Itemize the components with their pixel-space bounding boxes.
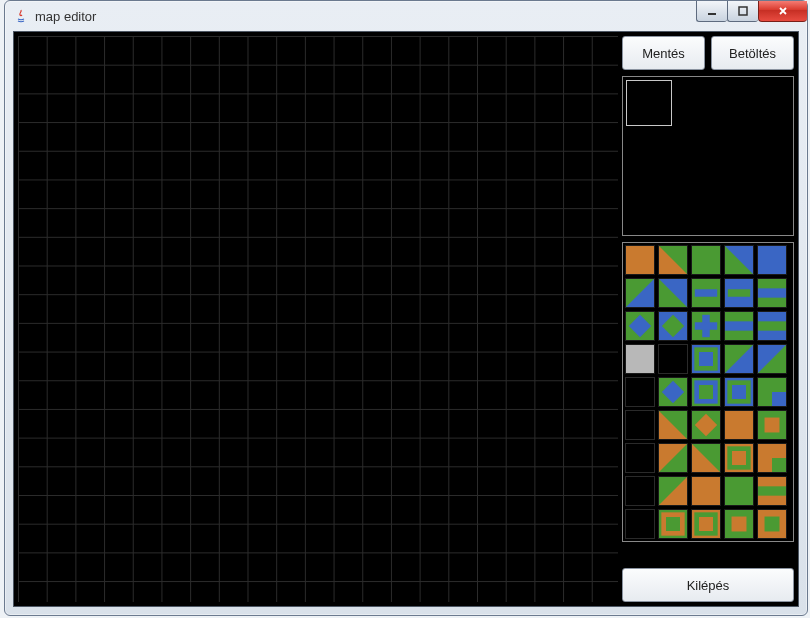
minimize-button[interactable] [696,1,727,22]
svg-rect-45 [765,418,780,433]
palette-tile-green-diamond-blue[interactable] [625,311,655,341]
palette-tile-blue-diag-tr[interactable] [625,278,655,308]
window-controls [696,1,807,21]
palette-tile-green-notch[interactable] [757,311,787,341]
maximize-button[interactable] [727,1,758,22]
svg-rect-39 [772,392,786,406]
svg-rect-4 [692,246,720,274]
palette-tile-blue-diamond-green[interactable] [658,311,688,341]
svg-rect-26 [626,345,654,373]
svg-rect-21 [725,312,753,321]
svg-rect-1 [739,7,747,15]
window-frame: map editor Mentés Betöltés [4,0,808,616]
java-icon [13,8,29,24]
palette-tile-orange-bar[interactable] [757,476,787,506]
palette-tile-green-diag-tl[interactable] [724,245,754,275]
palette-tile-blue-ring-green[interactable] [691,344,721,374]
close-button[interactable] [758,1,807,22]
save-button[interactable]: Mentés [622,36,705,70]
palette-tile-blue-notch[interactable] [724,311,754,341]
client-area: Mentés Betöltés Kilépés [13,31,799,607]
palette-tile-orange-ring-green[interactable] [724,443,754,473]
palette-tile-black1[interactable] [658,344,688,374]
load-button[interactable]: Betöltés [711,36,794,70]
palette-tile-orange-diag-tl2[interactable] [658,410,688,440]
palette-tile-green-inner-orange2[interactable] [724,509,754,539]
palette-tile-green-diag-tr-o[interactable] [658,443,688,473]
svg-rect-43 [725,411,753,439]
svg-rect-0 [708,13,716,15]
palette-tile-mixed-1[interactable] [757,377,787,407]
palette-tile-blue-ring-green2[interactable] [724,377,754,407]
svg-rect-58 [758,486,786,495]
palette-tile-green-plain[interactable] [691,245,721,275]
palette-tile-green-ring-blue[interactable] [691,377,721,407]
palette-tile-green-diamond-orange[interactable] [691,410,721,440]
svg-rect-56 [725,477,753,505]
map-grid [18,36,618,602]
svg-rect-10 [695,289,717,296]
palette-tile-black5[interactable] [625,476,655,506]
palette-tile-orange-plain2[interactable] [724,410,754,440]
palette-tile-green-cross[interactable] [691,311,721,341]
exit-button[interactable]: Kilépés [622,568,794,602]
window-title: map editor [35,9,96,24]
palette-tile-orange-inner-green[interactable] [757,509,787,539]
preview-tile [626,80,672,126]
palette-tile-black3[interactable] [625,410,655,440]
svg-rect-27 [659,345,687,373]
svg-rect-12 [728,289,750,296]
palette-tile-orange-plain[interactable] [625,245,655,275]
palette-tile-black2[interactable] [625,377,655,407]
palette-tile-gray-plain[interactable] [625,344,655,374]
svg-rect-55 [692,477,720,505]
palette-tile-blue-diag-br[interactable] [757,344,787,374]
svg-rect-24 [758,312,786,321]
palette-tile-green-diamond-blue2[interactable] [658,377,688,407]
svg-rect-6 [758,246,786,274]
svg-rect-25 [758,331,786,340]
palette-tile-green-diag-br[interactable] [724,344,754,374]
svg-rect-19 [695,322,717,329]
palette-tile-green-bar-h[interactable] [691,278,721,308]
palette-tile-black4[interactable] [625,443,655,473]
tile-palette[interactable] [622,242,794,542]
palette-tile-blue-band[interactable] [757,278,787,308]
palette-tile-green-diag-bl-o[interactable] [691,443,721,473]
palette-tile-blue-plain[interactable] [757,245,787,275]
title-bar[interactable]: map editor [5,1,807,31]
palette-tile-green-flat[interactable] [724,476,754,506]
svg-rect-40 [626,411,654,439]
svg-rect-67 [765,517,780,532]
svg-rect-65 [732,517,747,532]
palette-tile-green-inner-orange[interactable] [757,410,787,440]
palette-tile-orange-diag-tl[interactable] [658,245,688,275]
svg-rect-53 [626,477,654,505]
map-canvas[interactable] [18,36,618,602]
side-panel: Mentés Betöltés Kilépés [622,32,798,606]
palette-tile-blue-diag-bl[interactable] [658,278,688,308]
palette-tile-blue-bar-h[interactable] [724,278,754,308]
svg-rect-2 [626,246,654,274]
svg-rect-14 [758,288,786,297]
svg-rect-46 [626,444,654,472]
palette-tile-orange-corners[interactable] [757,443,787,473]
svg-rect-52 [772,458,786,472]
palette-tile-green-ring-orange[interactable] [658,509,688,539]
svg-rect-32 [626,378,654,406]
palette-tile-orange-flat[interactable] [691,476,721,506]
palette-tile-orange-ring-green2[interactable] [691,509,721,539]
svg-rect-22 [725,331,753,340]
tile-preview [622,76,794,236]
palette-tile-black6[interactable] [625,509,655,539]
palette-tile-green-diag-br-o[interactable] [658,476,688,506]
svg-rect-59 [626,510,654,538]
